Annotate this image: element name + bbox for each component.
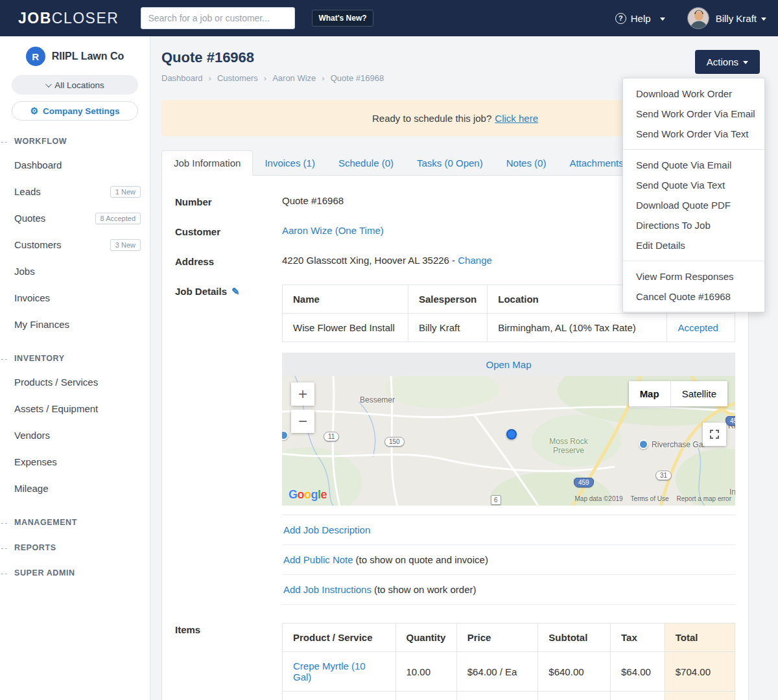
menu-item-send-work-order-email[interactable]: Send Work Order Via Email <box>623 104 764 124</box>
location-label: All Locations <box>54 80 104 90</box>
menu-item-send-quote-email[interactable]: Send Quote Via Email <box>623 155 764 175</box>
section-management[interactable]: MANAGEMENT <box>0 518 150 527</box>
section-reports[interactable]: REPORTS <box>0 543 150 552</box>
question-circle-icon <box>615 13 626 24</box>
menu-item-edit-details[interactable]: Edit Details <box>623 235 764 255</box>
tab-tasks[interactable]: Tasks (0 Open) <box>405 151 495 175</box>
open-map-link[interactable]: Open Map <box>486 359 531 370</box>
tab-invoices[interactable]: Invoices (1) <box>253 151 327 175</box>
job-details-label: Job Details <box>175 286 227 297</box>
sidebar-item-invoices[interactable]: Invoices <box>0 285 150 311</box>
menu-item-send-work-order-text[interactable]: Send Work Order Via Text <box>623 124 764 144</box>
app-logo[interactable]: JOBCLOSER <box>18 10 119 27</box>
fullscreen-button[interactable] <box>703 423 726 446</box>
map-type-toggle: Map Satellite <box>629 381 727 406</box>
edit-pencil-icon[interactable] <box>231 286 240 297</box>
menu-item-download-quote-pdf[interactable]: Download Quote PDF <box>623 195 764 215</box>
menu-item-directions-to-job[interactable]: Directions To Job <box>623 215 764 235</box>
quantity-cell: 10.00 <box>395 652 456 692</box>
breadcrumb-customers[interactable]: Customers <box>217 73 272 83</box>
menu-divider <box>623 261 764 261</box>
sidebar-item-my-finances[interactable]: My Finances <box>0 311 150 338</box>
address-change-link[interactable]: Change <box>458 255 492 266</box>
price-cell: $28.50 / Ea <box>456 692 538 700</box>
section-super-admin[interactable]: SUPER ADMIN <box>0 568 150 578</box>
map-label-bessemer: Bessemer <box>360 395 395 404</box>
job-col-salesperson: Salesperson <box>408 285 488 314</box>
sidebar-item-products-services[interactable]: Products / Services <box>0 369 150 395</box>
poi-icon <box>639 439 648 449</box>
subtotal-cell: $640.00 <box>538 652 611 692</box>
zoom-in-button[interactable]: + <box>291 382 314 406</box>
product-link[interactable]: Crepe Myrtle (10 Gal) <box>293 660 366 682</box>
tax-cell: $64.00 <box>611 652 665 692</box>
breadcrumb-dashboard[interactable]: Dashboard <box>161 73 217 83</box>
sidebar-item-expenses[interactable]: Expenses <box>0 449 150 475</box>
map-attribution: Map data ©2019 Terms of Use Report a map… <box>575 495 731 502</box>
sidebar-item-leads[interactable]: Leads1 New <box>0 178 150 205</box>
search-input[interactable] <box>141 7 295 29</box>
help-menu[interactable]: Help <box>615 13 665 24</box>
status-badge[interactable]: Accepted <box>678 322 718 333</box>
items-col-tax: Tax <box>611 624 665 652</box>
company-avatar: R <box>26 47 45 66</box>
top-navbar: JOBCLOSER What's New? Help Billy Kraft <box>0 0 778 36</box>
add-job-instructions-link[interactable]: Add Job Instructions <box>283 584 371 595</box>
sidebar: R RIIPL Lawn Co All Locations Company Se… <box>0 36 150 700</box>
logo-light: CLOSER <box>52 10 119 27</box>
zoom-out-button[interactable]: − <box>291 410 314 433</box>
terms-of-use-link[interactable]: Terms of Use <box>631 495 669 502</box>
company-name: RIIPL Lawn Co <box>52 51 124 62</box>
report-map-error-link[interactable]: Report a map error <box>677 495 731 502</box>
sidebar-item-quotes[interactable]: Quotes8 Accepted <box>0 205 150 231</box>
tab-schedule[interactable]: Schedule (0) <box>327 151 405 175</box>
customer-link[interactable]: Aaron Wize <box>282 225 333 236</box>
sidebar-item-jobs[interactable]: Jobs <box>0 258 150 285</box>
count-badge: 8 Accepted <box>95 213 141 224</box>
location-selector[interactable]: All Locations <box>12 75 138 95</box>
whats-new-button[interactable]: What's New? <box>312 10 373 27</box>
banner-click-here-link[interactable]: Click here <box>495 113 538 124</box>
add-public-note-link[interactable]: Add Public Note <box>283 554 353 565</box>
banner-text: Ready to schedule this job? <box>372 113 491 124</box>
sidebar-item-dashboard[interactable]: Dashboard <box>0 152 150 178</box>
chevron-down-icon <box>45 81 52 88</box>
route-shield-150: 150 <box>384 437 405 447</box>
gear-icon <box>30 106 38 116</box>
menu-item-send-quote-text[interactable]: Send Quote Via Text <box>623 175 764 195</box>
user-menu[interactable]: Billy Kraft <box>665 7 766 29</box>
sidebar-item-mileage[interactable]: Mileage <box>0 475 150 502</box>
menu-item-download-work-order[interactable]: Download Work Order <box>623 84 764 104</box>
company-settings-button[interactable]: Company Settings <box>12 101 138 121</box>
logo-bold: JOB <box>18 10 52 27</box>
subtotal-cell: $85.50 <box>538 692 611 700</box>
satellite-view-button[interactable]: Satellite <box>670 381 727 406</box>
map-label-moss-rock: Moss RockPreserve <box>543 437 595 455</box>
sidebar-item-assets-equipment[interactable]: Assets / Equipment <box>0 395 150 422</box>
interstate-shield-459: 459 <box>725 416 735 426</box>
sidebar-nav: WORKFLOW Dashboard Leads1 New Quotes8 Ac… <box>0 137 150 578</box>
map-canvas[interactable]: + − Map Satellite Bessemer Moss <box>282 376 735 506</box>
add-public-note-suffix: (to show on quote and invoice) <box>356 554 488 565</box>
customer-type-link[interactable]: (One Time) <box>335 225 384 236</box>
user-name: Billy Kraft <box>716 13 757 24</box>
map-view-button[interactable]: Map <box>629 381 670 406</box>
tab-job-information[interactable]: Job Information <box>161 150 253 176</box>
tab-notes[interactable]: Notes (0) <box>495 151 558 175</box>
chevron-down-icon <box>743 61 748 67</box>
add-job-description-link[interactable]: Add Job Description <box>283 524 370 535</box>
address-value: 4220 Glasscott Xing, Hoover AL 35226 - <box>282 255 455 266</box>
sidebar-item-customers[interactable]: Customers3 New <box>0 231 150 258</box>
breadcrumb-customer[interactable]: Aaron Wize <box>272 73 331 83</box>
interstate-shield-459: 459 <box>574 478 594 487</box>
actions-button[interactable]: Actions <box>695 50 760 74</box>
menu-item-view-form-responses[interactable]: View Form Responses <box>623 266 764 286</box>
job-col-name: Name <box>283 285 408 314</box>
menu-item-cancel-quote[interactable]: Cancel Quote #16968 <box>623 286 764 307</box>
user-avatar <box>687 7 709 29</box>
items-label: Items <box>175 623 282 700</box>
navbar-right: Help Billy Kraft <box>615 7 766 29</box>
google-logo[interactable]: Google <box>289 488 327 502</box>
sidebar-item-vendors[interactable]: Vendors <box>0 422 150 449</box>
job-details-row: Wise Flower Bed Install Billy Kraft Birm… <box>283 314 735 342</box>
